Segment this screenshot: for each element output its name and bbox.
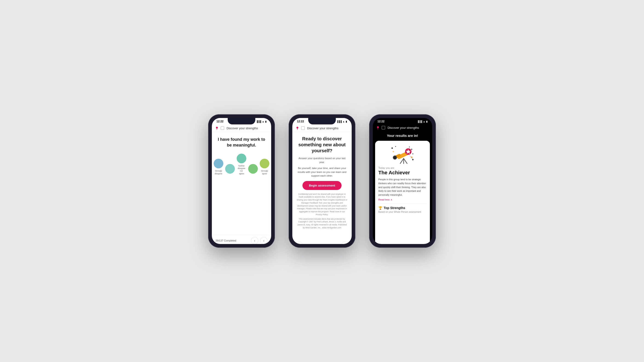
circle-4[interactable] [248,164,258,174]
app-title-1: Discover your strengths [226,126,258,130]
phone-1: 12:22 ▐▐▐ ▲ ▮ Discover your stre [208,114,275,248]
nav-arrows: ‹ › [251,237,268,244]
wifi-icon: ▲ [262,120,264,123]
circle-2[interactable] [225,164,235,174]
signal-icon-3: ▐▐▐ [417,120,422,123]
svg-line-16 [404,158,407,164]
signal-icon: ▐▐▐ [256,120,261,123]
p2-next-button[interactable]: › [341,242,348,244]
time-2: 12:22 [297,120,304,123]
likert-agree[interactable] [248,164,258,175]
battery-icon-2: ▮ [346,120,347,123]
notch-1 [228,118,255,124]
svg-point-0 [216,127,218,128]
question-text: I have found my work to be meaningful. [216,136,266,148]
p3-top-bar: Discover your strengths [373,124,432,132]
svg-point-19 [392,151,394,152]
circle-3[interactable] [237,154,246,163]
likert-label-1: Stronglydisagree [215,170,222,175]
phones-container: 12:22 ▐▐▐ ▲ ▮ Discover your stre [194,100,450,262]
svg-point-7 [409,146,410,148]
status-icons-1: ▐▐▐ ▲ ▮ [256,120,266,123]
likert-label-5: Stronglyagree [261,170,268,175]
privacy-text: Confidential and won't be shared with yo… [296,193,348,216]
p2-header: Discover your strengths [292,124,352,132]
today-you-are: Today you are [378,166,427,169]
svg-line-14 [400,158,404,164]
read-less-button[interactable]: Read less ∧ [378,198,427,201]
p2-footer: ‹ › [292,240,352,244]
time-3: 12:22 [378,120,384,123]
pin-icon-1 [216,126,218,130]
time-1: 12:22 [216,120,224,123]
likert-neutral[interactable]: Neitherdisagree noragree [237,154,246,175]
phone3-screen-content: Discover your strengths Your results are… [373,124,432,244]
checkbox-icon-2 [301,126,305,130]
status-icons-3: ▐▐▐ ▲ ▮ [417,120,428,123]
achiever-desc: People in this group tend to be strategi… [378,178,427,197]
likert-strongly-agree[interactable]: Stronglyagree [260,159,269,175]
likert-label-3: Neitherdisagree noragree [237,165,246,175]
question-area: I have found my work to be meaningful. S… [212,132,271,235]
p3-header-title: Discover your strengths [388,126,419,130]
wifi-icon-3: ▲ [423,120,425,123]
telescope-illustration [378,144,427,165]
checkbox-icon-3 [382,126,385,130]
svg-point-3 [392,148,393,149]
next-button[interactable]: › [260,237,268,244]
phone-2: 12:22 ▐▐▐ ▲ ▮ Discover your stre [289,114,355,248]
p2-desc: Be yourself, take your time, and share y… [296,166,348,178]
svg-point-2 [377,126,379,128]
phone-3: 12:22 ▐▐▐ ▲ ▮ Discover your stre [369,114,436,248]
prev-button[interactable]: ‹ [251,237,258,244]
p3-card: Today you are The Achiever People in thi… [375,141,430,244]
p2-prev-button[interactable]: ‹ [296,242,303,244]
achiever-title: The Achiever [378,170,427,176]
likert-scale[interactable]: Stronglydisagree Neitherdisagree noragre… [214,154,269,175]
pin-icon-3 [376,126,379,130]
top-strengths-title: 🏆 Top Strengths [378,206,427,210]
telescope-svg [390,145,415,164]
wifi-icon-2: ▲ [342,120,345,123]
progress-area: 29/137 Completed ‹ › [212,235,271,244]
svg-point-4 [395,146,396,147]
pin-icon-2 [296,126,299,130]
phone2-screen: Discover your strengths Ready to discove… [292,124,352,244]
begin-assessment-button[interactable]: Begin assessment [302,181,342,190]
svg-point-11 [394,156,396,159]
trophy-icon: 🏆 [378,206,382,210]
p2-subtitle: Answer your questions based on your last… [296,156,348,164]
p2-body: Ready to discover something new about yo… [292,132,352,240]
circle-5[interactable] [260,159,269,168]
circle-1[interactable] [214,159,223,168]
signal-icon-2: ▐▐▐ [337,120,342,123]
notch-2 [308,118,336,124]
svg-point-1 [296,127,298,128]
app-header-1: Discover your strengths [212,124,271,132]
copyright-text: This assessment includes items that are … [296,218,348,229]
battery-icon: ▮ [265,120,266,123]
top-strengths-section: 🏆 Top Strengths Based on your Whole Pers… [378,204,427,213]
svg-point-6 [412,154,413,154]
svg-point-5 [411,148,412,150]
top-strengths-sub: Based on your Whole Person assessment [378,211,427,213]
notch-3 [389,118,416,124]
p2-main-title: Ready to discover something new about yo… [296,136,348,154]
status-icons-2: ▐▐▐ ▲ ▮ [337,120,347,123]
phone1-screen: Discover your strengths I have found my … [212,124,271,244]
app-title-2: Discover your strengths [307,126,338,130]
chevron-up-icon: ∧ [390,198,392,201]
checkbox-icon-1 [220,126,224,130]
progress-text: 29/137 Completed [216,239,236,242]
battery-icon-3: ▮ [426,120,428,123]
p3-results-title: Your results are in! [373,132,432,141]
likert-disagree[interactable] [225,164,235,175]
likert-strongly-disagree[interactable]: Stronglydisagree [214,159,223,175]
